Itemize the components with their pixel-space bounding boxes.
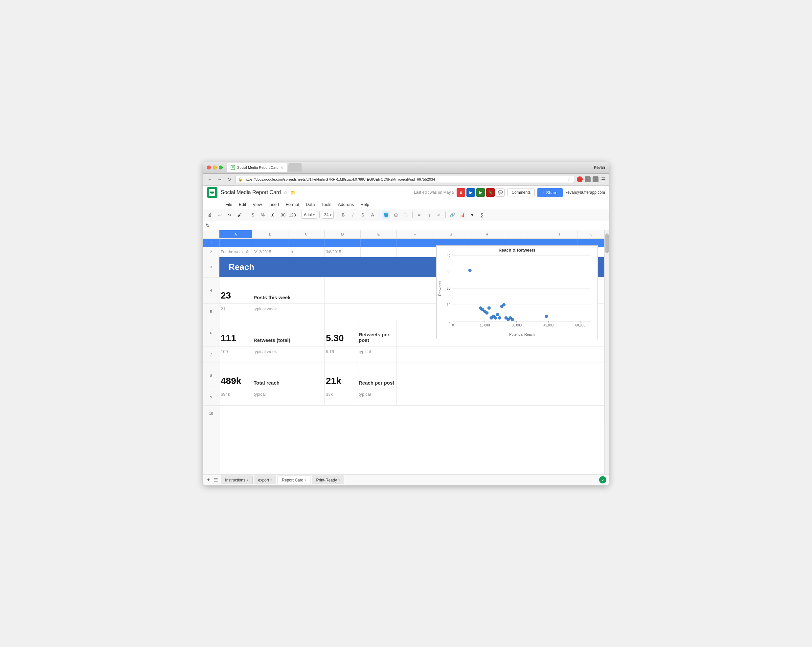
tab-report-card[interactable]: Report Card ▾	[278, 476, 310, 484]
link-button[interactable]: 🔗	[448, 211, 456, 219]
borders-button[interactable]: ⊞	[392, 211, 400, 219]
col-header-j[interactable]: J	[541, 230, 577, 238]
minimize-button[interactable]	[213, 166, 217, 169]
menu-addons[interactable]: Add-ons	[335, 201, 356, 208]
chart-button[interactable]: 📊	[458, 211, 466, 219]
cell-a8[interactable]: 489k	[220, 363, 252, 389]
col-header-d[interactable]: D	[325, 230, 361, 238]
toolbar-icon-chat[interactable]: 💬	[496, 188, 505, 197]
add-sheet-button[interactable]: +	[206, 476, 211, 484]
cell-d1[interactable]	[325, 239, 361, 247]
cell-e9[interactable]: typical	[357, 389, 397, 405]
row-header-9[interactable]: 9	[203, 389, 219, 406]
tab-instructions[interactable]: Instructions ▾	[221, 476, 252, 484]
fullscreen-button[interactable]	[219, 166, 223, 169]
col-header-k[interactable]: K	[577, 230, 604, 238]
cell-f1[interactable]	[397, 239, 433, 247]
menu-file[interactable]: File	[223, 201, 235, 208]
cell-d6[interactable]: 5.30	[325, 320, 357, 346]
row-header-7[interactable]: 7	[203, 346, 219, 363]
formula-input[interactable]	[212, 223, 606, 228]
menu-view[interactable]: View	[250, 201, 264, 208]
cell-b10[interactable]	[252, 406, 604, 422]
col-header-c[interactable]: C	[288, 230, 325, 238]
back-button[interactable]: ←	[206, 176, 214, 183]
cell-b8[interactable]: Total reach	[252, 363, 325, 389]
bold-button[interactable]: B	[339, 211, 347, 219]
menu-edit[interactable]: Edit	[236, 201, 249, 208]
row-header-1[interactable]: 1	[203, 239, 219, 247]
addon-icon-1[interactable]	[577, 176, 583, 182]
row-header-2[interactable]: 2	[203, 247, 219, 257]
menu-insert[interactable]: Insert	[266, 201, 282, 208]
cell-d2[interactable]: 3/8/2015	[325, 247, 361, 257]
toolbar-icon-3[interactable]: ▶	[476, 188, 485, 197]
table-row[interactable]	[220, 406, 604, 422]
sheet-list-button[interactable]: ☰	[212, 476, 220, 483]
function-button[interactable]: ∑	[478, 211, 486, 219]
row-header-10[interactable]: 10	[203, 406, 219, 422]
toolbar-icon-4[interactable]: 🦎	[486, 188, 495, 197]
cell-b7[interactable]: typical week	[252, 346, 325, 363]
filter-button[interactable]: ▼	[468, 211, 476, 219]
table-row[interactable]: 109 typical week 5.19 typical	[220, 346, 604, 363]
col-header-a[interactable]: A	[220, 230, 252, 238]
row-header-4[interactable]: 4	[203, 278, 219, 304]
italic-button[interactable]: I	[348, 211, 357, 219]
addon-icon-3[interactable]	[592, 176, 598, 182]
cell-e6[interactable]: Retweets per post	[357, 320, 397, 346]
cell-e8[interactable]: Reach per post	[357, 363, 397, 389]
tab-export[interactable]: export ▾	[254, 476, 276, 484]
scrollbar-thumb[interactable]	[605, 233, 609, 253]
cell-e7[interactable]: typical	[357, 346, 397, 363]
cell-a2[interactable]: For the week of:	[220, 247, 252, 257]
forward-button[interactable]: →	[216, 176, 223, 183]
align-left-button[interactable]: ≡	[415, 211, 423, 219]
addon-icon-2[interactable]	[585, 176, 591, 182]
cell-a7[interactable]: 109	[220, 346, 252, 363]
bookmark-icon[interactable]: ☆	[568, 177, 571, 182]
folder-button[interactable]: 📁	[290, 190, 296, 195]
col-header-b[interactable]: B	[252, 230, 288, 238]
row-header-5[interactable]: 5	[203, 304, 219, 320]
menu-data[interactable]: Data	[303, 201, 317, 208]
cell-a4[interactable]: 23	[220, 278, 252, 304]
cell-c1[interactable]	[288, 239, 325, 247]
cell-d8[interactable]: 21k	[325, 363, 357, 389]
percent-button[interactable]: %	[258, 211, 267, 219]
cell-f2[interactable]	[397, 247, 433, 257]
table-row[interactable]: 489k Total reach 21k Reach per post	[220, 363, 604, 389]
menu-help[interactable]: Help	[358, 201, 372, 208]
sheet-rows[interactable]: For the week of: 3/13/2015 to 3/8/2015 R…	[220, 239, 604, 474]
increase-decimal-button[interactable]: .00	[278, 211, 287, 219]
col-header-i[interactable]: I	[505, 230, 541, 238]
menu-format[interactable]: Format	[283, 201, 302, 208]
fill-color-button[interactable]: 🪣	[382, 211, 390, 219]
url-bar[interactable]: 🔒 https://docs.google.com/spreadsheets/d…	[235, 176, 574, 183]
cell-a6[interactable]: 111	[220, 320, 252, 346]
cell-a1[interactable]	[220, 239, 252, 247]
strikethrough-button[interactable]: S	[359, 211, 367, 219]
cell-b9[interactable]: typical	[252, 389, 325, 405]
browser-menu-button[interactable]: ☰	[601, 176, 606, 183]
cell-a9[interactable]: 694k	[220, 389, 252, 405]
redo-button[interactable]: ↪	[225, 211, 234, 219]
toolbar-icon-2[interactable]: ▶	[466, 188, 475, 197]
row-header-3[interactable]: 3	[203, 257, 219, 278]
col-header-e[interactable]: E	[361, 230, 397, 238]
font-size-dropdown[interactable]: 24 ▾	[322, 211, 334, 219]
decrease-decimal-button[interactable]: .0	[269, 211, 277, 219]
cell-e2[interactable]	[361, 247, 397, 257]
cell-b6[interactable]: Retweets (total)	[252, 320, 325, 346]
toolbar-icon-1[interactable]: B	[456, 188, 465, 197]
active-tab[interactable]: Social Media Report Card ✕	[227, 163, 287, 172]
menu-tools[interactable]: Tools	[319, 201, 334, 208]
cell-b1[interactable]	[252, 239, 288, 247]
print-button[interactable]: 🖨	[206, 211, 214, 219]
cell-b2[interactable]: 3/13/2015	[252, 247, 288, 257]
cell-d7[interactable]: 5.19	[325, 346, 357, 363]
cell-b5[interactable]: typical week	[252, 304, 325, 320]
close-button[interactable]	[207, 166, 211, 169]
cell-c2[interactable]: to	[288, 247, 325, 257]
text-color-button[interactable]: A	[368, 211, 377, 219]
